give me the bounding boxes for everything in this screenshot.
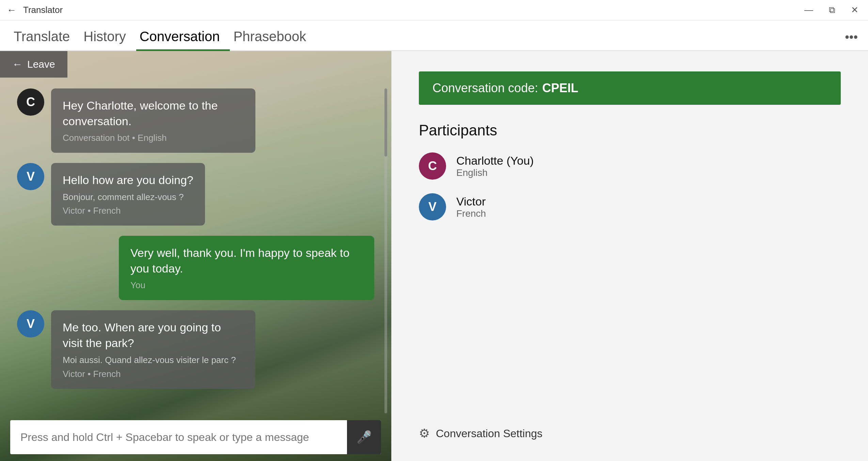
- participant-language: English: [456, 167, 534, 178]
- conversation-code-banner: Conversation code: CPEIL: [419, 71, 841, 105]
- participant-language: French: [456, 208, 486, 219]
- message-main-text: Hey Charlotte, welcome to the conversati…: [63, 98, 244, 129]
- tab-history[interactable]: History: [80, 29, 136, 50]
- participant-avatar: C: [419, 152, 446, 180]
- message-row: V Hello how are you doing? Bonjour, comm…: [17, 163, 255, 226]
- message-main-text: Very well, thank you. I'm happy to speak…: [130, 245, 363, 277]
- message-main-text: Me too. When are you going to visit the …: [63, 320, 244, 351]
- avatar: C: [17, 88, 44, 116]
- leave-button[interactable]: ← Leave: [0, 51, 67, 78]
- participant-list: C Charlotte (You) English V Victor Frenc…: [419, 152, 841, 220]
- restore-button[interactable]: ⧉: [826, 2, 838, 18]
- message-meta: Conversation bot • English: [63, 133, 244, 143]
- tab-translate[interactable]: Translate: [10, 29, 80, 50]
- main-content: ← Leave C Hey Charlotte, welcome to the …: [0, 51, 868, 461]
- conv-code-value: CPEIL: [542, 81, 578, 95]
- message-row: V Me too. When are you going to visit th…: [17, 310, 255, 389]
- conversation-area: ← Leave C Hey Charlotte, welcome to the …: [0, 51, 391, 461]
- microphone-button[interactable]: 🎤: [347, 420, 381, 454]
- message-meta: Victor • French: [63, 369, 244, 379]
- conversation-settings-button[interactable]: ⚙ Conversation Settings: [419, 426, 841, 441]
- participants-title: Participants: [419, 122, 841, 139]
- titlebar-left: ← Translator: [7, 5, 63, 16]
- nav-tabs: Translate History Conversation Phraseboo…: [0, 20, 868, 51]
- titlebar: ← Translator — ⧉ ✕: [0, 0, 868, 20]
- minimize-button[interactable]: —: [802, 2, 816, 18]
- message-input[interactable]: [10, 420, 347, 454]
- settings-label: Conversation Settings: [436, 427, 542, 440]
- participant-name: Victor: [456, 195, 486, 208]
- avatar: V: [17, 163, 44, 190]
- participant-info: Charlotte (You) English: [456, 154, 534, 178]
- participant-avatar: V: [419, 193, 446, 220]
- message-sub-text: Moi aussi. Quand allez-vous visiter le p…: [63, 355, 244, 366]
- leave-label: Leave: [27, 59, 55, 70]
- conv-code-label: Conversation code:: [432, 81, 538, 95]
- more-options-button[interactable]: •••: [845, 30, 858, 50]
- participant-item: V Victor French: [419, 193, 841, 220]
- close-button[interactable]: ✕: [848, 2, 861, 18]
- microphone-icon: 🎤: [357, 430, 372, 444]
- tab-phrasebook[interactable]: Phrasebook: [230, 29, 316, 50]
- settings-icon: ⚙: [419, 426, 430, 441]
- tab-conversation[interactable]: Conversation: [136, 29, 230, 50]
- window-controls: — ⧉ ✕: [802, 2, 861, 18]
- message-bubble: Me too. When are you going to visit the …: [51, 310, 255, 389]
- message-bubble: Hello how are you doing? Bonjour, commen…: [51, 163, 205, 226]
- participant-item: C Charlotte (You) English: [419, 152, 841, 180]
- scrollbar-track[interactable]: [384, 88, 387, 413]
- right-panel: Conversation code: CPEIL Participants C …: [391, 51, 868, 461]
- participant-info: Victor French: [456, 195, 486, 219]
- message-bubble: Hey Charlotte, welcome to the conversati…: [51, 88, 255, 153]
- scrollbar-thumb[interactable]: [384, 88, 387, 157]
- message-main-text: Hello how are you doing?: [63, 172, 193, 188]
- message-sub-text: Bonjour, comment allez-vous ?: [63, 192, 193, 203]
- message-row: C Hey Charlotte, welcome to the conversa…: [17, 88, 255, 153]
- leave-arrow-icon: ←: [12, 59, 22, 70]
- messages-container: C Hey Charlotte, welcome to the conversa…: [0, 51, 391, 461]
- message-meta: Victor • French: [63, 205, 193, 216]
- participant-name: Charlotte (You): [456, 154, 534, 167]
- message-bubble: Very well, thank you. I'm happy to speak…: [119, 236, 374, 300]
- message-meta: You: [130, 280, 363, 291]
- input-bar: 🎤: [10, 420, 381, 454]
- avatar: V: [17, 310, 44, 337]
- message-row: Very well, thank you. I'm happy to speak…: [119, 236, 374, 300]
- spacer: [419, 237, 841, 409]
- participants-section: Participants C Charlotte (You) English V…: [419, 122, 841, 220]
- app-title: Translator: [23, 5, 63, 15]
- back-button[interactable]: ←: [7, 5, 16, 16]
